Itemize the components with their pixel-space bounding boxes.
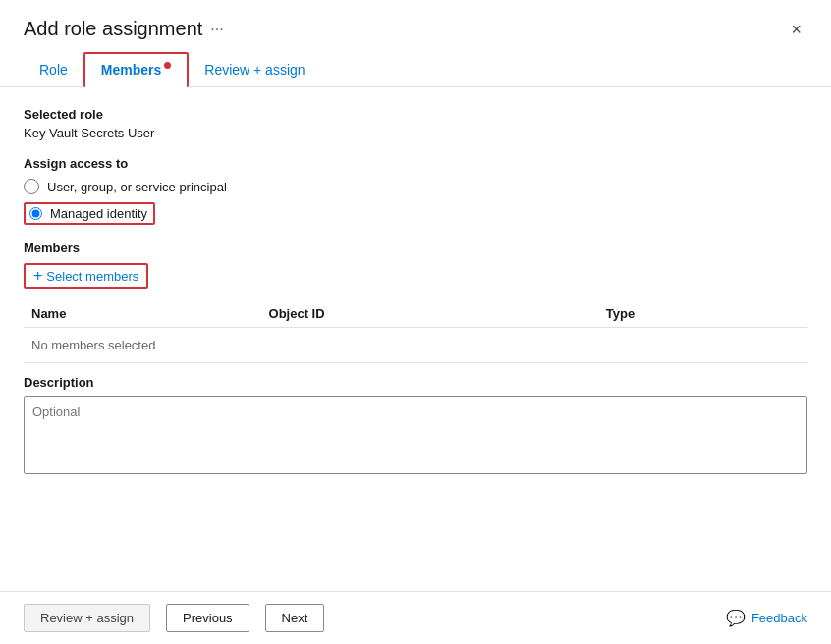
tab-members[interactable]: Members <box>83 52 189 87</box>
radio-managed-identity[interactable] <box>29 207 42 220</box>
managed-identity-row: Managed identity <box>24 202 155 225</box>
dialog-header: Add role assignment ··· × <box>0 0 831 40</box>
col-name: Name <box>24 300 261 328</box>
dialog-ellipsis[interactable]: ··· <box>210 21 223 38</box>
plus-icon: + <box>33 267 42 285</box>
tab-role-label: Role <box>39 62 68 78</box>
members-table: Name Object ID Type No members selected <box>24 300 807 363</box>
radio-row-user-group: User, group, or service principal <box>24 179 807 194</box>
dialog-title: Add role assignment ··· <box>24 18 224 40</box>
tab-bar: Role Members Review + assign <box>0 40 831 87</box>
empty-message: No members selected <box>24 328 807 363</box>
radio-managed-identity-label: Managed identity <box>50 206 147 221</box>
next-button[interactable]: Next <box>265 604 325 632</box>
selected-role-value: Key Vault Secrets User <box>24 126 807 140</box>
assign-access-label: Assign access to <box>24 156 807 171</box>
description-label: Description <box>24 375 807 390</box>
tab-review[interactable]: Review + assign <box>189 54 320 85</box>
close-button[interactable]: × <box>785 19 807 40</box>
members-section: Members + Select members Name Object ID … <box>24 241 807 363</box>
select-members-button[interactable]: + Select members <box>24 263 148 289</box>
select-members-label: Select members <box>46 269 138 284</box>
tab-role[interactable]: Role <box>24 54 83 85</box>
feedback-icon: 💬 <box>726 609 746 627</box>
col-type: Type <box>598 300 807 328</box>
review-assign-button[interactable]: Review + assign <box>24 604 150 632</box>
radio-user-group[interactable] <box>24 179 39 194</box>
description-section: Description <box>24 375 807 477</box>
feedback-button[interactable]: 💬 Feedback <box>726 609 807 627</box>
table-row-empty: No members selected <box>24 328 807 363</box>
tab-members-dot <box>164 62 171 69</box>
assign-access-section: Assign access to User, group, or service… <box>24 156 807 225</box>
col-object-id: Object ID <box>261 300 598 328</box>
dialog-footer: Review + assign Previous Next 💬 Feedback <box>0 591 831 644</box>
radio-user-group-label: User, group, or service principal <box>47 180 227 194</box>
feedback-label: Feedback <box>751 611 807 625</box>
selected-role-label: Selected role <box>24 107 807 122</box>
previous-button[interactable]: Previous <box>166 604 249 632</box>
dialog-content: Selected role Key Vault Secrets User Ass… <box>0 87 831 591</box>
add-role-assignment-dialog: Add role assignment ··· × Role Members R… <box>0 0 831 644</box>
tab-members-label: Members <box>101 62 161 78</box>
dialog-title-text: Add role assignment <box>24 18 202 40</box>
description-input[interactable] <box>24 396 807 474</box>
footer-left: Review + assign Previous Next <box>24 604 324 632</box>
members-label: Members <box>24 241 807 255</box>
tab-review-label: Review + assign <box>204 62 305 78</box>
